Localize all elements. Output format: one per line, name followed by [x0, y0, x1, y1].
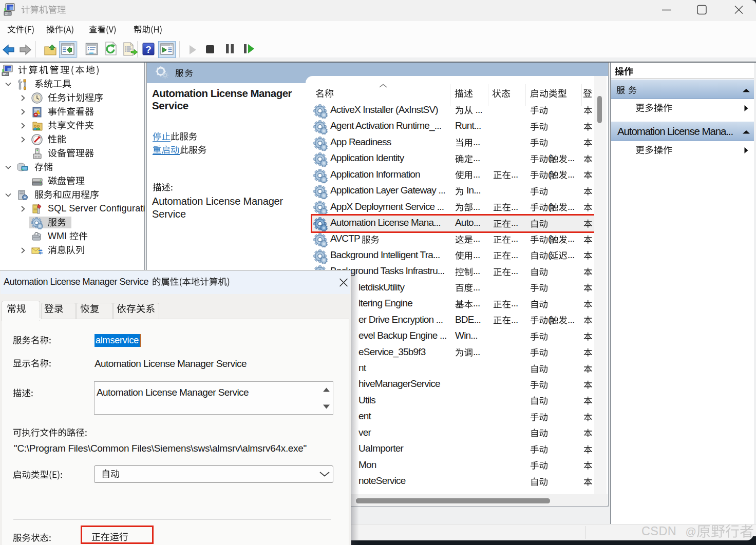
svg-text:?: ? [145, 44, 152, 55]
